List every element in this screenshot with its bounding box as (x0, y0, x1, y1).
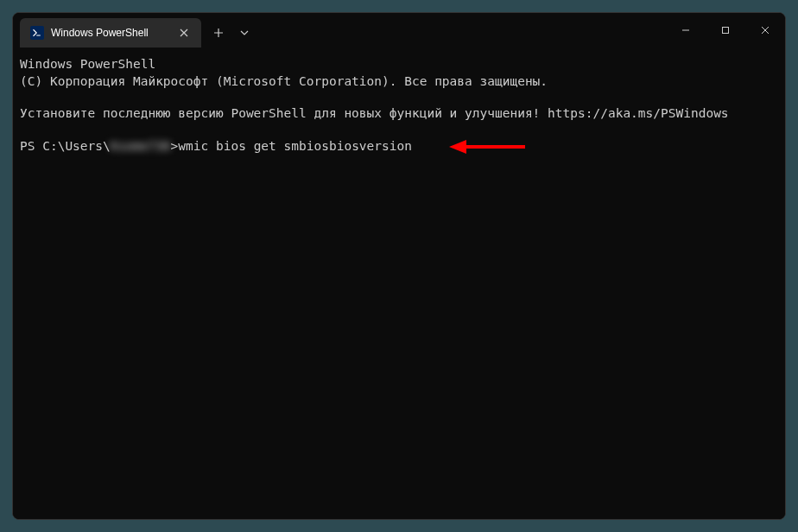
close-window-button[interactable] (745, 16, 785, 44)
window-controls (666, 13, 785, 48)
output-line: (C) Корпорация Майкрософт (Microsoft Cor… (20, 73, 778, 91)
prompt-suffix: > (171, 138, 179, 155)
prompt-line: PS C:\Users\Ksome730> wmic bios get smbi… (20, 138, 778, 155)
tab-powershell[interactable]: Windows PowerShell (20, 18, 201, 48)
output-line: Windows PowerShell (20, 56, 778, 73)
titlebar: Windows PowerShell (13, 13, 785, 48)
terminal-body[interactable]: Windows PowerShell (C) Корпорация Майкро… (13, 48, 785, 519)
prompt-prefix: PS C:\Users\ (20, 138, 111, 155)
new-tab-button[interactable] (205, 19, 232, 47)
command-text: wmic bios get smbiosbiosversion (178, 138, 412, 155)
maximize-button[interactable] (706, 16, 745, 44)
powershell-icon (30, 26, 44, 40)
terminal-window: Windows PowerShell (12, 12, 786, 520)
tab-title: Windows PowerShell (51, 27, 170, 39)
output-line: Установите последнюю версию PowerShell д… (20, 105, 778, 123)
minimize-button[interactable] (666, 16, 706, 44)
tabs-strip: Windows PowerShell (13, 13, 666, 48)
prompt-username-hidden: Ksome730 (111, 138, 171, 155)
svg-rect-0 (723, 28, 729, 34)
close-tab-button[interactable] (177, 26, 191, 40)
tab-dropdown-button[interactable] (234, 19, 255, 47)
